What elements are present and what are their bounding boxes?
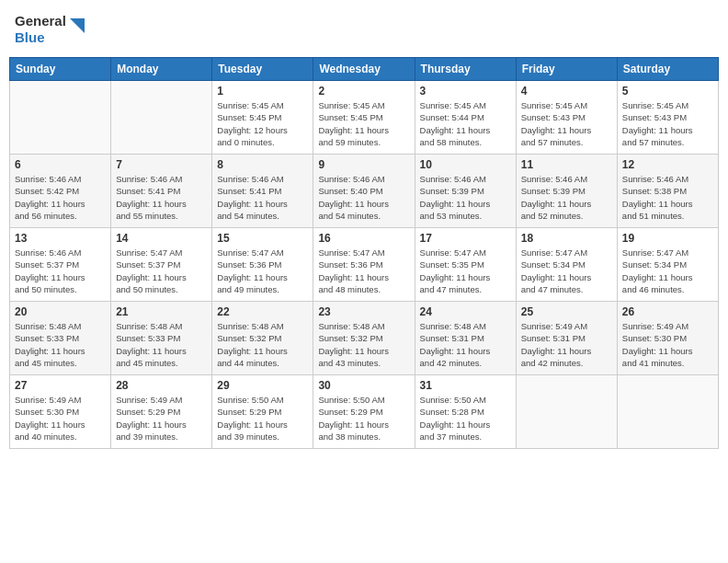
day-info: Sunrise: 5:46 AMSunset: 5:41 PMDaylight:…: [116, 173, 207, 222]
calendar-table: SundayMondayTuesdayWednesdayThursdayFrid…: [9, 57, 719, 449]
calendar-cell: 22Sunrise: 5:48 AMSunset: 5:32 PMDayligh…: [212, 302, 313, 375]
day-info: Sunrise: 5:48 AMSunset: 5:33 PMDaylight:…: [116, 320, 207, 369]
day-number: 17: [420, 232, 511, 245]
day-info: Sunrise: 5:48 AMSunset: 5:32 PMDaylight:…: [217, 320, 308, 369]
logo-blue: Blue: [15, 29, 45, 45]
day-info: Sunrise: 5:48 AMSunset: 5:32 PMDaylight:…: [318, 320, 409, 369]
calendar-cell: [617, 375, 718, 449]
day-info: Sunrise: 5:50 AMSunset: 5:28 PMDaylight:…: [420, 394, 511, 442]
logo-container: General Blue: [15, 13, 66, 46]
calendar-cell: 17Sunrise: 5:47 AMSunset: 5:35 PMDayligh…: [415, 228, 516, 302]
day-number: 20: [15, 305, 106, 318]
day-number: 8: [217, 158, 308, 171]
calendar-cell: 6Sunrise: 5:46 AMSunset: 5:42 PMDaylight…: [10, 155, 111, 228]
calendar-cell: 24Sunrise: 5:48 AMSunset: 5:31 PMDayligh…: [415, 302, 516, 375]
day-info: Sunrise: 5:49 AMSunset: 5:31 PMDaylight:…: [521, 320, 612, 369]
calendar-cell: [516, 375, 617, 449]
day-number: 2: [318, 85, 409, 98]
day-info: Sunrise: 5:46 AMSunset: 5:42 PMDaylight:…: [15, 173, 106, 222]
day-info: Sunrise: 5:48 AMSunset: 5:33 PMDaylight:…: [15, 320, 106, 369]
day-number: 27: [15, 379, 106, 392]
day-header-thursday: Thursday: [415, 58, 516, 81]
day-number: 23: [318, 305, 409, 318]
day-number: 1: [217, 85, 308, 98]
day-info: Sunrise: 5:45 AMSunset: 5:45 PMDaylight:…: [318, 99, 409, 148]
day-number: 29: [217, 379, 308, 392]
day-info: Sunrise: 5:49 AMSunset: 5:30 PMDaylight:…: [622, 320, 713, 369]
day-number: 19: [622, 232, 713, 245]
day-info: Sunrise: 5:46 AMSunset: 5:37 PMDaylight:…: [15, 247, 106, 295]
day-header-tuesday: Tuesday: [212, 58, 313, 81]
day-info: Sunrise: 5:45 AMSunset: 5:43 PMDaylight:…: [622, 99, 713, 148]
day-info: Sunrise: 5:46 AMSunset: 5:39 PMDaylight:…: [521, 173, 612, 222]
calendar-cell: 31Sunrise: 5:50 AMSunset: 5:28 PMDayligh…: [415, 375, 516, 449]
calendar-cell: 23Sunrise: 5:48 AMSunset: 5:32 PMDayligh…: [313, 302, 415, 375]
day-number: 5: [622, 85, 713, 98]
calendar-cell: 28Sunrise: 5:49 AMSunset: 5:29 PMDayligh…: [111, 375, 212, 449]
calendar-cell: [111, 81, 212, 155]
logo: General Blue: [15, 13, 85, 46]
calendar-cell: 10Sunrise: 5:46 AMSunset: 5:39 PMDayligh…: [415, 155, 516, 228]
day-header-friday: Friday: [516, 58, 617, 81]
calendar-cell: 8Sunrise: 5:46 AMSunset: 5:41 PMDaylight…: [212, 155, 313, 228]
day-number: 7: [116, 158, 207, 171]
day-info: Sunrise: 5:45 AMSunset: 5:44 PMDaylight:…: [420, 99, 511, 148]
day-info: Sunrise: 5:47 AMSunset: 5:34 PMDaylight:…: [521, 247, 612, 295]
day-info: Sunrise: 5:46 AMSunset: 5:39 PMDaylight:…: [420, 173, 511, 222]
calendar-cell: 5Sunrise: 5:45 AMSunset: 5:43 PMDaylight…: [617, 81, 718, 155]
calendar-header-row: SundayMondayTuesdayWednesdayThursdayFrid…: [10, 58, 719, 81]
calendar-cell: 12Sunrise: 5:46 AMSunset: 5:38 PMDayligh…: [617, 155, 718, 228]
day-number: 11: [521, 158, 612, 171]
calendar-cell: 3Sunrise: 5:45 AMSunset: 5:44 PMDaylight…: [415, 81, 516, 155]
day-header-wednesday: Wednesday: [313, 58, 415, 81]
day-header-monday: Monday: [111, 58, 212, 81]
day-number: 10: [420, 158, 511, 171]
day-number: 26: [622, 305, 713, 318]
day-number: 24: [420, 305, 511, 318]
day-info: Sunrise: 5:46 AMSunset: 5:38 PMDaylight:…: [622, 173, 713, 222]
calendar-cell: 14Sunrise: 5:47 AMSunset: 5:37 PMDayligh…: [111, 228, 212, 302]
calendar-cell: 25Sunrise: 5:49 AMSunset: 5:31 PMDayligh…: [516, 302, 617, 375]
day-info: Sunrise: 5:47 AMSunset: 5:34 PMDaylight:…: [622, 247, 713, 295]
day-info: Sunrise: 5:45 AMSunset: 5:43 PMDaylight:…: [521, 99, 612, 148]
day-number: 3: [420, 85, 511, 98]
day-number: 28: [116, 379, 207, 392]
day-info: Sunrise: 5:47 AMSunset: 5:36 PMDaylight:…: [318, 247, 409, 295]
page-header: General Blue: [9, 9, 719, 50]
day-number: 16: [318, 232, 409, 245]
calendar-cell: 20Sunrise: 5:48 AMSunset: 5:33 PMDayligh…: [10, 302, 111, 375]
day-info: Sunrise: 5:46 AMSunset: 5:40 PMDaylight:…: [318, 173, 409, 222]
logo-triangle: [70, 18, 85, 37]
calendar-cell: 18Sunrise: 5:47 AMSunset: 5:34 PMDayligh…: [516, 228, 617, 302]
calendar-cell: 29Sunrise: 5:50 AMSunset: 5:29 PMDayligh…: [212, 375, 313, 449]
calendar-cell: 26Sunrise: 5:49 AMSunset: 5:30 PMDayligh…: [617, 302, 718, 375]
calendar-cell: 16Sunrise: 5:47 AMSunset: 5:36 PMDayligh…: [313, 228, 415, 302]
day-info: Sunrise: 5:50 AMSunset: 5:29 PMDaylight:…: [217, 394, 308, 442]
calendar-cell: 13Sunrise: 5:46 AMSunset: 5:37 PMDayligh…: [10, 228, 111, 302]
day-number: 13: [15, 232, 106, 245]
day-info: Sunrise: 5:47 AMSunset: 5:37 PMDaylight:…: [116, 247, 207, 295]
calendar-week-2: 6Sunrise: 5:46 AMSunset: 5:42 PMDaylight…: [10, 155, 719, 228]
day-info: Sunrise: 5:47 AMSunset: 5:35 PMDaylight:…: [420, 247, 511, 295]
calendar-week-5: 27Sunrise: 5:49 AMSunset: 5:30 PMDayligh…: [10, 375, 719, 449]
calendar-cell: 30Sunrise: 5:50 AMSunset: 5:29 PMDayligh…: [313, 375, 415, 449]
day-info: Sunrise: 5:45 AMSunset: 5:45 PMDaylight:…: [217, 99, 308, 148]
day-number: 9: [318, 158, 409, 171]
day-number: 21: [116, 305, 207, 318]
day-info: Sunrise: 5:48 AMSunset: 5:31 PMDaylight:…: [420, 320, 511, 369]
day-number: 14: [116, 232, 207, 245]
day-number: 31: [420, 379, 511, 392]
day-info: Sunrise: 5:47 AMSunset: 5:36 PMDaylight:…: [217, 247, 308, 295]
svg-marker-0: [70, 18, 85, 33]
calendar-cell: 2Sunrise: 5:45 AMSunset: 5:45 PMDaylight…: [313, 81, 415, 155]
day-number: 30: [318, 379, 409, 392]
calendar-cell: 4Sunrise: 5:45 AMSunset: 5:43 PMDaylight…: [516, 81, 617, 155]
calendar-cell: 7Sunrise: 5:46 AMSunset: 5:41 PMDaylight…: [111, 155, 212, 228]
calendar-cell: 27Sunrise: 5:49 AMSunset: 5:30 PMDayligh…: [10, 375, 111, 449]
calendar-week-4: 20Sunrise: 5:48 AMSunset: 5:33 PMDayligh…: [10, 302, 719, 375]
calendar-cell: 1Sunrise: 5:45 AMSunset: 5:45 PMDaylight…: [212, 81, 313, 155]
day-number: 6: [15, 158, 106, 171]
day-number: 22: [217, 305, 308, 318]
logo-general: General: [15, 13, 66, 29]
day-header-sunday: Sunday: [10, 58, 111, 81]
